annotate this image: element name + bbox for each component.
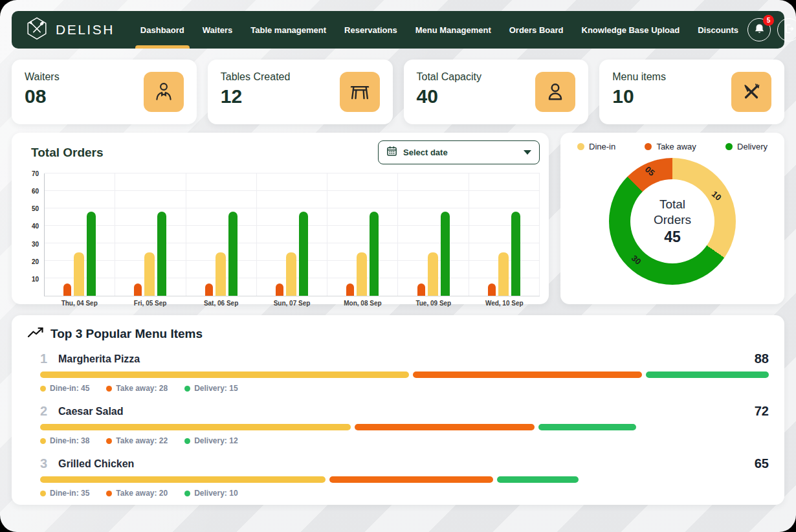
- trending-up-icon: [27, 327, 44, 341]
- nav-item-dashbaord[interactable]: Dashbaord: [131, 11, 193, 49]
- bar-group: [257, 173, 327, 296]
- table-icon: [340, 72, 380, 112]
- calendar-icon: [386, 146, 397, 159]
- orders-panel-title: Total Orders: [31, 146, 104, 160]
- donut-legend: Dine-inTake awayDelivery: [573, 142, 771, 151]
- nav-item-reservations[interactable]: Reservations: [335, 11, 406, 49]
- total-orders-panel: Total Orders Select date 10203040506070 …: [12, 133, 549, 304]
- notification-badge: 5: [763, 15, 774, 26]
- top-items-list: 1Margherita Pizza88Dine-in: 45Take away:…: [27, 351, 769, 498]
- menu-item-rank: 3: [40, 456, 49, 471]
- bar-segment-dine-in: [40, 424, 351, 430]
- stat-value: 12: [221, 85, 291, 107]
- legend-dot: [40, 491, 46, 496]
- brand-name: DELISH: [56, 22, 115, 38]
- nav-item-menu-management[interactable]: Menu Management: [406, 11, 500, 49]
- cutlery-icon: [731, 72, 771, 112]
- stat-value: 10: [612, 85, 666, 107]
- legend-dot: [106, 386, 112, 392]
- y-axis-tick: 10: [32, 276, 39, 283]
- y-axis-tick: 40: [32, 223, 39, 230]
- orders-bar-yaxis: 10203040506070: [19, 173, 44, 296]
- bar-segment-take-away: [413, 371, 642, 378]
- menu-item-header: 3Grilled Chicken65: [40, 456, 769, 471]
- legend-item-take-away: Take away: [645, 142, 696, 151]
- nav-item-discounts[interactable]: Discounts: [689, 11, 747, 49]
- top-items-panel: Top 3 Popular Menu Items 1Margherita Piz…: [12, 315, 784, 505]
- delish-hexagon-utensils-icon: [25, 16, 49, 43]
- x-axis-label: Tue, 09 Sep: [398, 300, 469, 307]
- menu-item-total: 72: [755, 404, 769, 419]
- x-axis-label: Sun, 07 Sep: [256, 300, 327, 307]
- menu-item-name: Grilled Chicken: [58, 458, 134, 470]
- legend-dot: [40, 438, 46, 444]
- y-axis-tick: 20: [32, 258, 39, 265]
- nav-item-knowledge-base-upload[interactable]: Knowledge Base Upload: [573, 11, 689, 49]
- logout-icon: [783, 23, 795, 38]
- bar-segment-delivery: [646, 371, 769, 378]
- brand-logo[interactable]: DELISH: [25, 16, 115, 43]
- menu-item-total: 65: [755, 456, 769, 471]
- bar-segment-dine-in: [40, 371, 409, 378]
- stat-card-tables: Tables Created 12: [208, 60, 393, 124]
- waiter-icon: [144, 72, 184, 112]
- bar-take-away: [488, 283, 496, 296]
- x-axis-label: Wed, 10 Sep: [469, 300, 540, 307]
- bar-delivery: [511, 212, 520, 296]
- donut-center-value: 45: [664, 228, 681, 246]
- bar-delivery: [87, 212, 96, 296]
- nav-item-waiters[interactable]: Waiters: [193, 11, 241, 49]
- bar-take-away: [417, 283, 425, 296]
- stat-value: 08: [25, 85, 60, 107]
- nav-item-orders-board[interactable]: Orders Board: [500, 11, 573, 49]
- legend-dot: [106, 438, 112, 444]
- nav-item-table-management[interactable]: Table management: [241, 11, 335, 49]
- bar-group: [186, 173, 257, 296]
- stat-label: Menu items: [612, 71, 666, 83]
- bar-group: [398, 173, 469, 296]
- notifications-button[interactable]: 5: [747, 18, 771, 41]
- legend-item-delivery: Delivery: [725, 142, 768, 151]
- donut-center: Total Orders 45: [630, 179, 714, 263]
- stat-card-capacity: Total Capacity 40: [404, 60, 589, 124]
- bar-group: [327, 173, 398, 296]
- menu-item-stacked-bar: [40, 371, 769, 378]
- menu-item-legend: Dine-in: 35Take away: 20Delivery: 10: [40, 489, 769, 498]
- legend-item-take-away: Take away: 20: [106, 489, 168, 498]
- orders-bar-xlabels: Thu, 04 SepFri, 05 SepSat, 06 SepSun, 07…: [44, 300, 540, 307]
- top-items-title: Top 3 Popular Menu Items: [50, 327, 203, 341]
- stat-value: 40: [417, 85, 482, 107]
- logout-button[interactable]: [777, 18, 796, 41]
- bar-dine-in: [357, 252, 367, 296]
- y-axis-tick: 70: [32, 170, 39, 177]
- legend-dot: [106, 491, 112, 496]
- bar-dine-in: [498, 252, 509, 296]
- bar-take-away: [346, 283, 354, 296]
- person-icon: [535, 72, 575, 112]
- stat-card-waiters: Waiters 08: [12, 60, 197, 124]
- legend-dot: [577, 143, 584, 150]
- menu-item-header: 1Margherita Pizza88: [40, 351, 769, 366]
- select-date-label: Select date: [403, 148, 448, 157]
- bar-dine-in: [428, 252, 438, 296]
- y-axis-tick: 30: [32, 241, 39, 248]
- menu-item-stacked-bar: [40, 476, 579, 483]
- orders-donut-panel: Dine-inTake awayDelivery Total Orders 45…: [560, 133, 784, 304]
- bar-delivery: [299, 212, 308, 296]
- donut-segment-label: 10: [710, 189, 724, 203]
- bar-take-away: [205, 283, 213, 296]
- legend-item-dine-in: Dine-in: 38: [40, 436, 89, 445]
- chevron-down-icon: [524, 150, 531, 155]
- legend-item-take-away: Take away: 28: [106, 384, 168, 393]
- orders-bar-plot: [44, 173, 540, 296]
- bar-dine-in: [286, 252, 296, 296]
- dashboard-screen: DELISH DashbaordWaitersTable managementR…: [0, 0, 796, 532]
- select-date-dropdown[interactable]: Select date: [378, 140, 540, 164]
- legend-item-dine-in: Dine-in: [577, 142, 615, 151]
- bar-take-away: [63, 283, 71, 296]
- menu-item-header: 2Caesar Salad72: [40, 404, 769, 419]
- donut-segment-label: 05: [643, 164, 657, 178]
- bar-segment-take-away: [329, 476, 492, 483]
- bar-delivery: [370, 212, 379, 296]
- legend-dot: [40, 386, 46, 392]
